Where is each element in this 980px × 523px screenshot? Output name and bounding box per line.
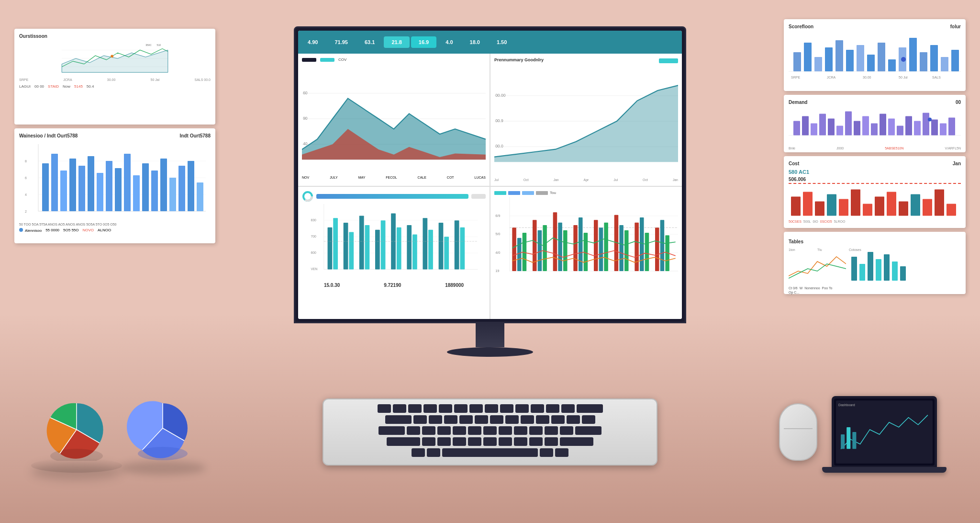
progress-bar-2 [471, 194, 486, 199]
stat-label: 50.4 [87, 84, 94, 89]
key-row-4 [328, 437, 652, 446]
threshold-line [789, 183, 961, 184]
laptop-base [822, 467, 947, 473]
key [490, 415, 503, 424]
x-label: NOV [302, 176, 309, 179]
svg-rect-72 [455, 220, 459, 269]
key [459, 415, 473, 424]
key [529, 426, 543, 435]
monitor-nav: 4.90 71.95 63.1 21.8 16.9 4.0 18.0 1.50 [298, 31, 682, 54]
right-paper-1-title: Scorefloon [789, 24, 813, 29]
svg-rect-143 [845, 112, 852, 136]
key [514, 437, 527, 446]
svg-text:4: 4 [25, 193, 27, 196]
svg-rect-104 [640, 217, 644, 271]
svg-text:00.0: 00.0 [495, 144, 503, 148]
nav-tab-5[interactable]: 4.0 [438, 36, 460, 48]
nav-tab-0[interactable]: 4.90 [300, 36, 325, 48]
svg-rect-193 [846, 427, 850, 449]
nav-tab-1[interactable]: 71.95 [327, 36, 356, 48]
stat-label: 00 00 [34, 84, 44, 89]
key [393, 404, 406, 413]
x-label: 50 Jal [151, 78, 160, 81]
x-label: Jan [553, 178, 558, 182]
pie-chart-1 [24, 398, 129, 480]
key-shift-left [387, 437, 420, 446]
label: 0IO [813, 220, 818, 223]
key [529, 437, 543, 446]
pie-svg-2 [117, 398, 208, 461]
svg-rect-167 [911, 194, 920, 216]
svg-marker-3 [62, 50, 168, 73]
nav-tab-3[interactable]: 21.8 [384, 36, 409, 48]
svg-rect-138 [802, 116, 809, 136]
panel-bottom-right: Tou [490, 187, 682, 319]
svg-rect-154 [940, 124, 947, 136]
key [454, 404, 468, 413]
svg-rect-103 [635, 223, 639, 271]
svg-rect-61 [365, 225, 370, 270]
key [514, 426, 527, 435]
svg-text:50 Jul: 50 Jul [899, 76, 908, 79]
stat-2: 9.72190 [384, 283, 401, 288]
svg-rect-107 [660, 220, 665, 271]
svg-text:1ton: 1ton [789, 248, 795, 251]
key [483, 426, 497, 435]
mouse-button-line [784, 428, 813, 429]
svg-rect-99 [604, 223, 608, 271]
key [582, 415, 595, 424]
nav-tab-2[interactable]: 63.1 [357, 36, 382, 48]
legend-blue [508, 191, 520, 195]
svg-rect-159 [815, 202, 824, 216]
x-label: SRPE [19, 78, 28, 81]
svg-text:830: 830 [311, 218, 316, 222]
right-paper-1-subtitle: folur [950, 24, 961, 29]
stat-label: LAGUI [19, 84, 31, 89]
svg-rect-147 [880, 114, 886, 136]
svg-rect-62 [375, 230, 380, 270]
key [439, 404, 452, 413]
right-paper-4: Tables 1ton Tlu Cotoses Ct 0/6 [784, 232, 966, 294]
x-label: 50 TOO 5OA 5T5A ANOS AO5 ANOS ANOS 5O5A … [19, 223, 117, 226]
key [468, 437, 481, 446]
key-alt [427, 448, 440, 457]
donut-icon [302, 191, 313, 202]
key [521, 415, 534, 424]
svg-rect-120 [857, 45, 864, 71]
nav-tab-4[interactable]: 16.9 [411, 36, 436, 48]
x-label: Oct [523, 178, 529, 182]
left-paper-2-title: Wainesioo / Indt Ourt5788 [19, 133, 78, 138]
x-label: Oct [643, 178, 648, 182]
svg-rect-13 [51, 154, 58, 211]
svg-rect-150 [905, 116, 912, 136]
svg-rect-89 [538, 230, 542, 271]
svg-rect-165 [887, 192, 896, 216]
right-paper-3-title: Cost [789, 161, 799, 166]
svg-rect-29 [197, 182, 203, 211]
svg-rect-158 [803, 192, 813, 216]
svg-rect-26 [169, 178, 176, 211]
svg-rect-146 [871, 124, 878, 136]
svg-rect-192 [841, 434, 845, 449]
laptop: Dashboard [832, 396, 937, 468]
monitor-screen: 4.90 71.95 63.1 21.8 16.9 4.0 18.0 1.50 … [294, 26, 686, 323]
svg-rect-117 [825, 47, 833, 71]
key-alt-right [540, 448, 553, 457]
nav-tab-7[interactable]: 1.50 [489, 36, 514, 48]
key-enter [575, 426, 601, 435]
left-line-chart: 350C 510 [19, 42, 211, 75]
svg-rect-175 [868, 252, 873, 281]
key-row-3 [328, 426, 652, 435]
laptop-chart: Dashboard [836, 400, 933, 464]
mouse [779, 403, 817, 461]
keyboard [323, 398, 657, 466]
key [453, 426, 466, 435]
top-right-title: Prennummary Goodnlry [494, 57, 544, 62]
key-backspace [577, 404, 603, 413]
nav-tab-6[interactable]: 18.0 [462, 36, 488, 48]
svg-rect-127 [930, 45, 938, 71]
svg-rect-67 [412, 234, 417, 269]
progress-bar [316, 194, 468, 199]
svg-text:4/0: 4/0 [495, 250, 500, 255]
key-row-5 [328, 448, 652, 457]
